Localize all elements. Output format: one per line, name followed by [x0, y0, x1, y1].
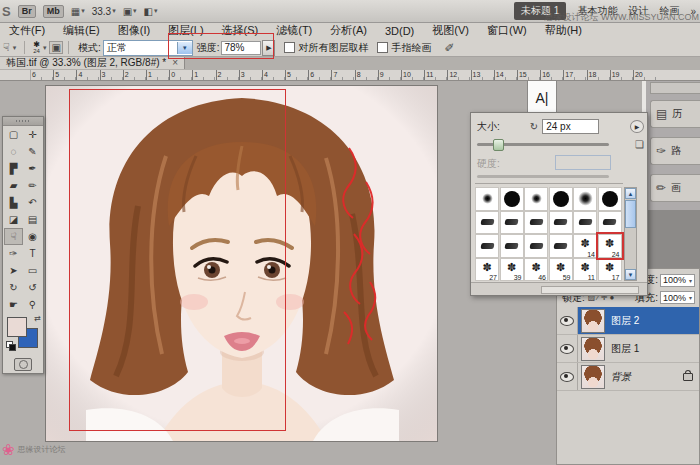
- menu-item[interactable]: 图像(I): [109, 23, 159, 38]
- tool-button[interactable]: ◉: [23, 228, 42, 245]
- menu-item[interactable]: 编辑(E): [54, 23, 109, 38]
- document-image[interactable]: [45, 85, 438, 442]
- minibridge-button[interactable]: Mb: [43, 5, 64, 18]
- layer-thumbnail[interactable]: [581, 309, 605, 333]
- tool-button[interactable]: ✛: [23, 126, 42, 143]
- tool-button[interactable]: ▰: [4, 177, 23, 194]
- brush-panel-icon[interactable]: ✐: [443, 41, 455, 55]
- layer-row[interactable]: 图层 2: [557, 307, 699, 335]
- mode-dropdown[interactable]: 正常 ▾: [103, 40, 193, 56]
- brush-preset-cell[interactable]: [500, 187, 524, 211]
- character-panel-tab[interactable]: A|: [527, 80, 557, 116]
- menu-item[interactable]: 文件(F): [0, 23, 54, 38]
- brush-preset-cell[interactable]: 39: [500, 258, 524, 282]
- close-icon[interactable]: ×: [172, 57, 178, 68]
- workspace-button[interactable]: 未标题 1: [514, 2, 566, 20]
- finger-painting-checkbox[interactable]: [377, 42, 388, 53]
- brush-preset-cell[interactable]: [549, 211, 573, 235]
- tool-button[interactable]: ✑: [4, 245, 23, 262]
- brush-preset-button[interactable]: ✱ 24 ▾: [30, 42, 49, 54]
- brush-preset-cell[interactable]: [475, 234, 499, 258]
- layer-row[interactable]: 图层 1: [557, 335, 699, 363]
- scroll-up-icon[interactable]: ▲: [625, 188, 636, 199]
- brush-preset-cell[interactable]: [524, 234, 548, 258]
- scroll-down-icon[interactable]: ▼: [625, 269, 636, 280]
- workspace-button[interactable]: 基本功能: [577, 4, 617, 18]
- menu-item[interactable]: 图层(L): [159, 23, 212, 38]
- tool-button[interactable]: ↻: [4, 279, 23, 296]
- tool-button[interactable]: ✒: [23, 160, 42, 177]
- menu-item[interactable]: 3D(D): [376, 25, 423, 37]
- tool-button[interactable]: ▙: [4, 194, 23, 211]
- tool-button[interactable]: ⚲: [23, 296, 42, 313]
- layer-row[interactable]: 背景: [557, 363, 699, 391]
- view-extras-button[interactable]: ▣ ▾: [123, 6, 137, 17]
- brush-preset-cell[interactable]: 27: [475, 258, 499, 282]
- bridge-button[interactable]: Br: [18, 5, 36, 18]
- horizontal-scroll-track[interactable]: [541, 286, 639, 294]
- brush-preset-cell[interactable]: [598, 211, 622, 235]
- slider-thumb[interactable]: [493, 139, 504, 151]
- toggle-brush-panel-icon[interactable]: ▣: [49, 41, 62, 54]
- brush-preset-cell[interactable]: [573, 211, 597, 235]
- menu-item[interactable]: 视图(V): [423, 23, 478, 38]
- menu-item[interactable]: 窗口(W): [478, 23, 536, 38]
- brush-preset-cell[interactable]: [475, 187, 499, 211]
- tool-button[interactable]: ↺: [23, 279, 42, 296]
- tool-button[interactable]: ▤: [23, 211, 42, 228]
- visibility-toggle[interactable]: [557, 335, 578, 362]
- reset-icon[interactable]: ↻: [530, 121, 538, 132]
- brush-size-input[interactable]: 24 px: [542, 119, 599, 134]
- default-colors-icon[interactable]: [6, 341, 15, 350]
- menu-item[interactable]: 滤镜(T): [267, 23, 321, 38]
- brush-preset-cell[interactable]: 24: [598, 234, 622, 258]
- tool-button[interactable]: ◪: [4, 211, 23, 228]
- layer-thumbnail[interactable]: [581, 365, 605, 389]
- screen-mode-button[interactable]: ◧ ▾: [144, 6, 158, 17]
- brush-preset-cell[interactable]: 46: [524, 258, 548, 282]
- brush-preset-cell[interactable]: 14: [573, 234, 597, 258]
- quick-mask-button[interactable]: [3, 355, 43, 373]
- tool-button[interactable]: ▢: [4, 126, 23, 143]
- popup-menu-button[interactable]: ▶: [630, 120, 644, 133]
- menu-item[interactable]: 选择(S): [213, 23, 268, 38]
- document-tab[interactable]: 韩国.tif @ 33.3% (图层 2, RGB/8#) * ×: [0, 56, 185, 69]
- brush-preset-cell[interactable]: 17: [598, 258, 622, 282]
- new-brush-icon[interactable]: ❏: [635, 139, 644, 150]
- zoom-level-button[interactable]: 33.3 ▾: [92, 6, 116, 17]
- dock-panel-button[interactable]: ▤ 历: [650, 100, 700, 128]
- tool-button[interactable]: ◌: [4, 143, 23, 160]
- tool-button[interactable]: ➤: [4, 262, 23, 279]
- brush-preset-cell[interactable]: [500, 211, 524, 235]
- dock-panel-button[interactable]: ✏ 画: [650, 174, 700, 202]
- workspace-button[interactable]: 设计: [628, 4, 648, 18]
- tool-button[interactable]: ▭: [23, 262, 42, 279]
- brush-preset-cell[interactable]: [524, 187, 548, 211]
- scrollbar-thumb[interactable]: [625, 200, 636, 228]
- brush-size-slider[interactable]: [477, 143, 609, 146]
- tool-button[interactable]: ✏: [23, 177, 42, 194]
- swap-colors-icon[interactable]: ⇄: [34, 314, 41, 323]
- brush-preset-cell[interactable]: [573, 187, 597, 211]
- tool-button[interactable]: ✎: [23, 143, 42, 160]
- tool-preset-button[interactable]: ☟ ▾: [0, 41, 19, 54]
- brush-preset-cell[interactable]: [549, 187, 573, 211]
- workspace-button[interactable]: »: [690, 6, 696, 17]
- tool-button[interactable]: ▛: [4, 160, 23, 177]
- layer-thumbnail[interactable]: [581, 337, 605, 361]
- foreground-color-swatch[interactable]: [7, 317, 27, 337]
- brush-preset-cell[interactable]: [549, 234, 573, 258]
- tool-button[interactable]: T: [23, 245, 42, 262]
- menu-item[interactable]: 帮助(H): [536, 23, 591, 38]
- visibility-toggle[interactable]: [557, 363, 578, 390]
- fill-input[interactable]: 100% ▾: [660, 291, 695, 304]
- brush-preset-cell[interactable]: [475, 211, 499, 235]
- menu-item[interactable]: 分析(A): [321, 23, 376, 38]
- strength-slider-button[interactable]: ▶: [262, 40, 275, 56]
- strength-input[interactable]: 78%: [221, 41, 261, 55]
- brush-preset-cell[interactable]: [500, 234, 524, 258]
- visibility-toggle[interactable]: [557, 307, 578, 334]
- brush-preset-cell[interactable]: [524, 211, 548, 235]
- dock-panel-button[interactable]: ✑ 路: [650, 137, 700, 165]
- tool-button[interactable]: ↶: [23, 194, 42, 211]
